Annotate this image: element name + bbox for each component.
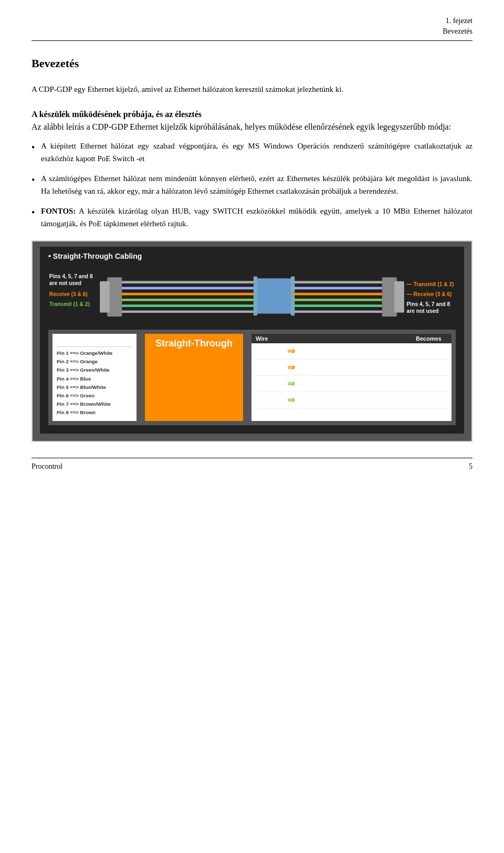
arrow-icon: ⇒: [287, 378, 416, 389]
section-label: Bevezetés: [443, 26, 472, 37]
bullet-icon: •: [32, 140, 41, 155]
svg-text:Pins 4, 5, 7 and 8: Pins 4, 5, 7 and 8: [49, 273, 93, 279]
svg-text:Transmit (1 & 2): Transmit (1 & 2): [49, 301, 90, 307]
page-header: 1. fejezet Bevezetés: [32, 0, 472, 40]
svg-text:are not used: are not used: [49, 280, 81, 286]
intro-paragraph: A CDP-GDP egy Ethernet kijelző, amivel a…: [32, 83, 472, 96]
chapter-label: 1. fejezet: [443, 16, 472, 26]
wire-row-2: 2 ⇒ 2: [251, 360, 452, 376]
straight-through-label: Straight-Through: [145, 334, 243, 421]
svg-rect-11: [100, 281, 110, 313]
svg-rect-22: [394, 281, 404, 313]
section-subtext: Az alábbi leírás a CDP-GDP Ethernet kije…: [32, 122, 451, 131]
wire-row-1: 1 ⇒ 1: [251, 343, 452, 360]
svg-text:— Transmit (1 & 2): — Transmit (1 & 2): [407, 281, 454, 287]
cabling-title: • Straight-Through Cabling: [48, 252, 456, 260]
wire-table-header: Wire Becomes: [251, 334, 452, 343]
section-heading: A készülék működésének próbája, és az él…: [32, 108, 472, 133]
arrow-icon: ⇒: [287, 362, 416, 373]
pin-table-rows: Pin 1 ==> Orange/White Pin 2 ==> Orange …: [57, 349, 132, 417]
company-name: Procontrol: [32, 462, 62, 471]
pin-table-header: Pin number Wire Color: [57, 338, 132, 347]
arrow-icon: ⇒: [287, 394, 416, 406]
wire-row-4: 6 ⇒ 6: [251, 392, 452, 408]
list-item: • FONTOS: A készülék kizárólag olyan HUB…: [32, 205, 472, 230]
page: 1. fejezet Bevezetés Bevezetés A CDP-GDP…: [0, 0, 504, 853]
bullet-icon: •: [32, 173, 41, 188]
diagram-box: • Straight-Through Cabling Pins 4, 5, 7 …: [32, 240, 472, 442]
bullet-text-1: A kiépített Ethernet hálózat egy szabad …: [41, 140, 472, 165]
wire-table: Wire Becomes 1 ⇒ 1 2 ⇒ 2: [251, 334, 452, 421]
bottom-section: Pin number Wire Color Pin 1 ==> Orange/W…: [48, 330, 456, 425]
svg-rect-13: [254, 277, 257, 316]
header-text: 1. fejezet Bevezetés: [443, 16, 472, 36]
header-divider: [32, 40, 472, 41]
arrow-icon: ⇒: [287, 345, 416, 357]
bullet-icon: •: [32, 205, 41, 220]
svg-text:— Receive (3 & 6): — Receive (3 & 6): [407, 291, 452, 297]
wire-row-3: 3 ⇒ 3: [251, 376, 452, 392]
cabling-diagram: • Straight-Through Cabling Pins 4, 5, 7 …: [40, 247, 464, 434]
page-number: 5: [469, 462, 472, 471]
svg-text:are not used: are not used: [407, 308, 439, 314]
svg-rect-12: [255, 278, 294, 313]
bullet-list: • A kiépített Ethernet hálózat egy szaba…: [32, 140, 472, 230]
page-title: Bevezetés: [32, 57, 472, 70]
diagram-inner: • Straight-Through Cabling Pins 4, 5, 7 …: [33, 241, 471, 441]
svg-text:Pins 4, 5, 7 and 8: Pins 4, 5, 7 and 8: [407, 301, 450, 307]
bullet-text-3: FONTOS: A készülék kizárólag olyan HUB, …: [41, 205, 472, 230]
svg-text:Receive (3 & 6): Receive (3 & 6): [49, 291, 88, 297]
pin-table: Pin number Wire Color Pin 1 ==> Orange/W…: [52, 334, 136, 421]
list-item: • A kiépített Ethernet hálózat egy szaba…: [32, 140, 472, 165]
page-footer: Procontrol 5: [32, 458, 472, 475]
list-item: • A számítógépes Ethernet hálózat nem mi…: [32, 172, 472, 197]
bullet-text-2: A számítógépes Ethernet hálózat nem mind…: [41, 172, 472, 197]
cabling-svg: Pins 4, 5, 7 and 8 are not used Receive …: [48, 266, 456, 323]
